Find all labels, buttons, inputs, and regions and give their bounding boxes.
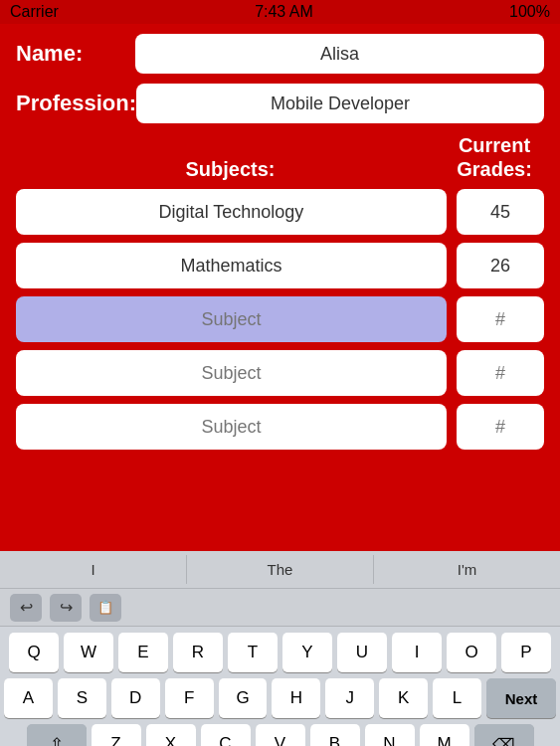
key-l[interactable]: L	[433, 678, 481, 718]
key-t[interactable]: T	[228, 633, 278, 672]
key-c[interactable]: C	[201, 724, 251, 746]
subject-input-3[interactable]	[16, 350, 447, 396]
redo-button[interactable]: ↪	[50, 594, 82, 622]
key-q[interactable]: Q	[9, 633, 59, 672]
subjects-header-label: Subjects:	[16, 158, 445, 181]
key-y[interactable]: Y	[282, 633, 332, 672]
autocomplete-btn-2[interactable]: I'm	[374, 555, 560, 584]
profession-row: Profession:	[16, 84, 544, 123]
subject-row-1	[16, 243, 544, 288]
key-row-3: ⇧ Z X C V B N M ⌫	[4, 724, 556, 746]
grade-input-1[interactable]	[457, 243, 544, 288]
name-row: Name:	[16, 34, 544, 74]
key-m[interactable]: M	[420, 724, 469, 746]
autocomplete-bar: I The I'm	[0, 551, 560, 589]
keyboard-area: I The I'm ↩ ↪ 📋 Q W E R T Y U I O P A S …	[0, 551, 560, 746]
key-f[interactable]: F	[165, 678, 214, 718]
carrier-text: Carrier	[10, 3, 59, 21]
key-z[interactable]: Z	[92, 724, 141, 746]
subjects-section: Subjects: CurrentGrades:	[16, 133, 544, 450]
key-b[interactable]: B	[310, 724, 360, 746]
key-row-2: A S D F G H J K L Next	[4, 678, 556, 718]
key-g[interactable]: G	[219, 678, 268, 718]
keyboard-rows: Q W E R T Y U I O P A S D F G H J K L Ne…	[0, 627, 560, 746]
key-d[interactable]: D	[111, 678, 160, 718]
grade-input-2[interactable]	[457, 296, 544, 342]
subject-row-3	[16, 350, 544, 396]
paste-button[interactable]: 📋	[90, 594, 121, 622]
profession-label: Profession:	[16, 91, 136, 116]
app-container: Name: Profession: Subjects: CurrentGrade…	[0, 24, 560, 551]
key-o[interactable]: O	[447, 633, 496, 672]
subject-row-0	[16, 189, 544, 235]
subject-input-1[interactable]	[16, 243, 447, 288]
key-k[interactable]: K	[379, 678, 428, 718]
subject-input-2[interactable]	[16, 296, 447, 342]
key-j[interactable]: J	[325, 678, 374, 718]
time-text: 7:43 AM	[255, 3, 313, 21]
name-label: Name:	[16, 41, 135, 67]
grade-input-4[interactable]	[457, 404, 544, 450]
battery-text: 100%	[509, 3, 550, 21]
grade-input-0[interactable]	[457, 189, 544, 235]
subjects-header-row: Subjects: CurrentGrades:	[16, 133, 544, 181]
key-a[interactable]: A	[4, 678, 53, 718]
subject-input-0[interactable]	[16, 189, 447, 235]
backspace-key[interactable]: ⌫	[474, 724, 534, 746]
key-r[interactable]: R	[173, 633, 223, 672]
key-e[interactable]: E	[118, 633, 168, 672]
key-row-1: Q W E R T Y U I O P	[4, 633, 556, 672]
status-bar: Carrier 7:43 AM 100%	[0, 0, 560, 24]
toolbar-row: ↩ ↪ 📋	[0, 589, 560, 627]
shift-key[interactable]: ⇧	[27, 724, 87, 746]
subject-row-2	[16, 296, 544, 342]
key-u[interactable]: U	[337, 633, 387, 672]
key-s[interactable]: S	[58, 678, 106, 718]
grade-input-3[interactable]	[457, 350, 544, 396]
key-x[interactable]: X	[146, 724, 196, 746]
subject-input-4[interactable]	[16, 404, 447, 450]
undo-button[interactable]: ↩	[10, 594, 42, 622]
next-button[interactable]: Next	[486, 678, 556, 718]
key-n[interactable]: N	[365, 724, 415, 746]
subject-row-4	[16, 404, 544, 450]
autocomplete-btn-0[interactable]: I	[0, 555, 187, 584]
profession-input[interactable]	[136, 84, 544, 123]
key-h[interactable]: H	[272, 678, 320, 718]
key-i[interactable]: I	[392, 633, 442, 672]
name-input[interactable]	[135, 34, 544, 74]
key-w[interactable]: W	[64, 633, 113, 672]
autocomplete-btn-1[interactable]: The	[187, 555, 374, 584]
key-p[interactable]: P	[501, 633, 551, 672]
grades-header-label: CurrentGrades:	[445, 133, 544, 181]
key-v[interactable]: V	[256, 724, 305, 746]
